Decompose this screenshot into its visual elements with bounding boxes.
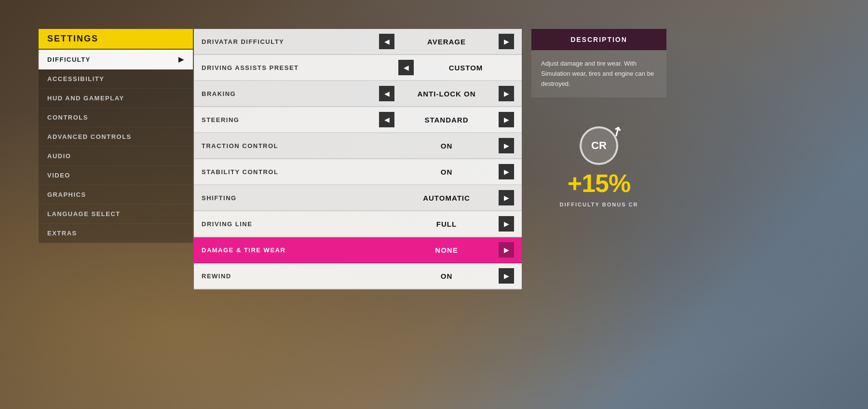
left-arrow-btn-drivatar-difficulty[interactable]: ◀ <box>379 34 394 49</box>
sidebar-title: SETTINGS <box>39 29 193 49</box>
settings-row-stability-control: STABILITY CONTROLON▶ <box>194 159 522 185</box>
right-arrow-btn-rewind[interactable]: ▶ <box>499 268 514 284</box>
row-label-shifting: SHIFTING <box>202 194 398 202</box>
right-arrow-btn-steering[interactable]: ▶ <box>499 112 514 127</box>
row-value-steering: STANDARD <box>398 116 495 124</box>
row-value-driving-assists-preset: CUSTOM <box>418 64 514 72</box>
sidebar-item-label-hud-gameplay: HUD AND GAMEPLAY <box>47 95 124 102</box>
sidebar-item-difficulty[interactable]: DIFFICULTY▶ <box>39 50 193 69</box>
sidebar-item-label-controls: CONTROLS <box>47 114 88 121</box>
description-panel: DESCRIPTION Adjust damage and tire wear.… <box>531 29 666 207</box>
left-arrow-btn-steering[interactable]: ◀ <box>379 112 394 127</box>
settings-row-steering: STEERING◀STANDARD▶ <box>194 107 522 133</box>
settings-row-rewind: REWINDON▶ <box>194 263 522 289</box>
row-label-damage-tire-wear: DAMAGE & TIRE WEAR <box>202 246 398 254</box>
right-arrow-btn-shifting[interactable]: ▶ <box>499 190 514 205</box>
sidebar-item-extras[interactable]: EXTRAS <box>39 224 193 243</box>
settings-row-driving-line: DRIVING LINEFULL▶ <box>194 211 522 237</box>
settings-row-damage-tire-wear: DAMAGE & TIRE WEARNONE▶ <box>194 237 522 263</box>
row-label-traction-control: TRACTION CONTROL <box>202 142 398 150</box>
settings-row-traction-control: TRACTION CONTROLON▶ <box>194 133 522 159</box>
sidebar-item-label-extras: EXTRAS <box>47 230 77 237</box>
row-label-driving-line: DRIVING LINE <box>202 220 398 228</box>
sidebar-item-graphics[interactable]: GRAPHICS <box>39 185 193 204</box>
sidebar-item-language-select[interactable]: LANGUAGE SELECT <box>39 204 193 224</box>
row-value-rewind: ON <box>398 272 495 280</box>
right-arrow-btn-drivatar-difficulty[interactable]: ▶ <box>499 34 514 49</box>
right-arrow-btn-stability-control[interactable]: ▶ <box>499 164 514 179</box>
settings-panel: DRIVATAR DIFFICULTY◀AVERAGE▶DRIVING ASSI… <box>194 29 522 289</box>
right-arrow-btn-traction-control[interactable]: ▶ <box>499 138 514 153</box>
row-value-damage-tire-wear: NONE <box>398 246 495 254</box>
sidebar-item-hud-gameplay[interactable]: HUD AND GAMEPLAY <box>39 89 193 108</box>
sidebar-item-video[interactable]: VIDEO <box>39 166 193 185</box>
sidebar-item-label-audio: AUDIO <box>47 152 71 160</box>
sidebar-items: DIFFICULTY▶ACCESSIBILITYHUD AND GAMEPLAY… <box>39 50 193 243</box>
settings-row-braking: BRAKING◀ANTI-LOCK ON▶ <box>194 81 522 107</box>
settings-row-drivatar-difficulty: DRIVATAR DIFFICULTY◀AVERAGE▶ <box>194 29 522 55</box>
settings-row-shifting: SHIFTINGAUTOMATIC▶ <box>194 185 522 211</box>
sidebar-item-accessibility[interactable]: ACCESSIBILITY <box>39 69 193 89</box>
row-label-rewind: REWIND <box>202 273 398 280</box>
description-body: Adjust damage and tire wear. With Simula… <box>531 50 666 97</box>
sidebar: SETTINGS DIFFICULTY▶ACCESSIBILITYHUD AND… <box>39 29 193 243</box>
cr-section: CR ↗ +15% DIFFICULTY BONUS CR <box>531 126 666 207</box>
row-value-traction-control: ON <box>398 142 495 150</box>
settings-row-driving-assists-preset: DRIVING ASSISTS PRESET◀CUSTOM <box>194 55 522 81</box>
sidebar-arrow-icon-difficulty: ▶ <box>178 55 185 63</box>
sidebar-item-label-difficulty: DIFFICULTY <box>47 56 91 63</box>
sidebar-item-advanced-controls[interactable]: ADVANCED CONTROLS <box>39 127 193 147</box>
right-arrow-btn-braking[interactable]: ▶ <box>499 86 514 101</box>
row-label-steering: STEERING <box>202 116 379 123</box>
right-arrow-btn-damage-tire-wear[interactable]: ▶ <box>499 242 514 258</box>
sidebar-item-label-accessibility: ACCESSIBILITY <box>47 75 104 82</box>
row-label-stability-control: STABILITY CONTROL <box>202 168 398 176</box>
cr-percent: +15% <box>568 171 630 196</box>
row-value-shifting: AUTOMATIC <box>398 194 495 202</box>
sidebar-item-controls[interactable]: CONTROLS <box>39 108 193 127</box>
sidebar-item-label-advanced-controls: ADVANCED CONTROLS <box>47 133 132 140</box>
sidebar-item-label-video: VIDEO <box>47 172 70 179</box>
row-label-braking: BRAKING <box>202 90 379 97</box>
row-label-drivatar-difficulty: DRIVATAR DIFFICULTY <box>202 38 379 45</box>
cr-badge-text: CR <box>591 139 607 152</box>
right-arrow-btn-driving-line[interactable]: ▶ <box>499 216 514 232</box>
row-value-driving-line: FULL <box>398 220 495 228</box>
row-value-drivatar-difficulty: AVERAGE <box>398 38 495 46</box>
description-title: DESCRIPTION <box>531 29 666 50</box>
left-arrow-btn-driving-assists-preset[interactable]: ◀ <box>398 60 414 75</box>
cr-arrow-icon: ↗ <box>609 123 625 141</box>
row-label-driving-assists-preset: DRIVING ASSISTS PRESET <box>202 64 398 71</box>
sidebar-item-label-graphics: GRAPHICS <box>47 191 86 198</box>
sidebar-item-label-language-select: LANGUAGE SELECT <box>47 210 121 218</box>
cr-badge: CR ↗ <box>580 126 618 165</box>
left-arrow-btn-braking[interactable]: ◀ <box>379 86 394 101</box>
row-value-stability-control: ON <box>398 168 495 176</box>
row-value-braking: ANTI-LOCK ON <box>398 90 495 98</box>
sidebar-item-audio[interactable]: AUDIO <box>39 147 193 166</box>
cr-label: DIFFICULTY BONUS CR <box>560 202 638 207</box>
